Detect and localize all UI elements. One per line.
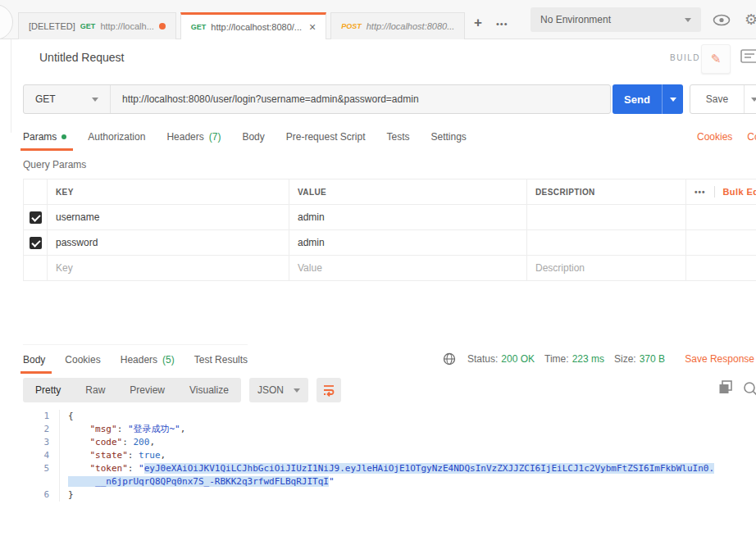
param-description-cell[interactable] — [526, 205, 685, 229]
code-link[interactable]: Code — [747, 131, 756, 143]
code-line: 2 "msg": "登录成功~", — [23, 423, 756, 436]
view-tab-raw[interactable]: Raw — [73, 384, 117, 396]
tab-count: (7) — [209, 131, 221, 143]
line-number: 6 — [23, 488, 59, 502]
size-value: 370 B — [640, 353, 665, 365]
code-segment — [68, 450, 90, 461]
code-segment: } — [68, 489, 74, 500]
response-tab-headers[interactable]: Headers(5) — [121, 346, 175, 374]
param-key-input[interactable]: Key — [47, 256, 289, 280]
response-view-tabs: PrettyRawPreviewVisualize — [23, 378, 241, 402]
param-value-cell[interactable]: admin — [289, 205, 526, 229]
checkbox-checked[interactable] — [30, 237, 42, 249]
settings-button[interactable]: ⚙ — [745, 11, 756, 29]
tab-options-button[interactable]: ••• — [496, 19, 508, 29]
url-input[interactable]: http://localhost:8080/user/login?usernam… — [111, 85, 610, 113]
code-segment: " — [329, 476, 335, 487]
view-tab-pretty[interactable]: Pretty — [23, 384, 73, 396]
new-tab-button[interactable]: + — [474, 15, 482, 31]
code-line: 6} — [23, 488, 756, 502]
method-selector[interactable]: GET — [24, 85, 111, 113]
query-params-title: Query Params — [23, 159, 86, 170]
query-params-table: KEYVALUEDESCRIPTION•••Bulk Editusernamea… — [23, 179, 756, 281]
code-segment — [68, 463, 90, 474]
cookies-link[interactable]: Cookies — [697, 131, 732, 143]
send-options-button[interactable] — [662, 84, 683, 114]
params-options-button[interactable]: ••• — [695, 188, 706, 197]
request-tab[interactable]: [DELETED]GEThttp://localh... — [18, 12, 176, 39]
line-content: } — [59, 488, 74, 502]
line-number: 1 — [23, 410, 59, 423]
environment-selector[interactable]: No Environment — [531, 7, 701, 32]
response-tab-body[interactable]: Body — [23, 346, 45, 374]
send-button[interactable]: Send — [613, 84, 662, 114]
param-description-cell[interactable] — [526, 230, 685, 255]
code-segment: { — [68, 411, 74, 421]
search-response-button[interactable] — [743, 381, 756, 399]
value-column-header: VALUE — [289, 179, 526, 204]
checkbox-checked[interactable] — [30, 211, 42, 224]
param-row-controls — [685, 205, 756, 229]
tab-body[interactable]: Body — [242, 123, 264, 151]
params-controls: •••Bulk Edit — [685, 179, 756, 204]
environment-value: No Environment — [540, 14, 611, 25]
network-globe-icon[interactable] — [443, 352, 456, 366]
edit-request-button[interactable]: ✎ — [701, 44, 731, 74]
wrap-text-button[interactable] — [317, 378, 341, 402]
response-tab-cookies[interactable]: Cookies — [65, 346, 100, 374]
tab-tests[interactable]: Tests — [386, 123, 409, 151]
tab-bar: [DELETED]GEThttp://localh...GEThttp://lo… — [0, 0, 756, 39]
tab-params[interactable]: Params — [23, 123, 66, 151]
bulk-edit-button[interactable]: Bulk Edit — [723, 187, 756, 197]
request-links: CookiesCode — [697, 123, 756, 151]
postman-app: [DELETED]GEThttp://localh...GEThttp://lo… — [0, 0, 756, 545]
view-tab-preview[interactable]: Preview — [117, 384, 177, 396]
line-content: "state": true, — [59, 449, 166, 462]
param-key-cell[interactable]: username — [47, 205, 289, 229]
tab-label: Test Results — [194, 354, 248, 366]
param-description-input[interactable]: Description — [526, 256, 685, 280]
response-format-selector[interactable]: JSON — [249, 378, 308, 402]
close-icon[interactable]: × — [309, 21, 316, 33]
code-segment: "code" — [90, 437, 123, 447]
tab-pre-request-script[interactable]: Pre-request Script — [286, 123, 366, 151]
code-segment: , — [161, 450, 166, 461]
params-dot-icon — [61, 134, 66, 139]
comment-button[interactable] — [740, 49, 756, 69]
param-key-cell[interactable]: password — [47, 230, 289, 255]
copy-response-button[interactable] — [718, 380, 733, 398]
sidebar-corner — [0, 4, 13, 40]
line-content: { — [59, 410, 74, 423]
line-number: 2 — [23, 423, 59, 436]
tab-url-label: http://localh... — [100, 21, 153, 31]
request-section-tabs: ParamsAuthorizationHeaders(7)BodyPre-req… — [23, 123, 467, 151]
method-badge: GET — [80, 22, 96, 30]
save-button[interactable]: Save — [690, 85, 744, 113]
line-number: 5 — [23, 462, 59, 475]
size-label: Size: — [614, 353, 636, 365]
param-placeholder-row: KeyValueDescription — [24, 256, 756, 281]
method-badge: GET — [191, 23, 207, 31]
param-value-cell[interactable]: admin — [289, 230, 526, 255]
save-options-button[interactable] — [744, 85, 756, 113]
request-tab[interactable]: POSThttp://localhost:8080... — [330, 12, 465, 39]
url-value: http://localhost:8080/user/login?usernam… — [122, 93, 419, 105]
tab-authorization[interactable]: Authorization — [88, 123, 145, 151]
time-label: Time: — [544, 353, 569, 365]
param-checkbox-cell — [24, 205, 47, 229]
tab-headers[interactable]: Headers(7) — [166, 123, 221, 151]
environment-quick-look-button[interactable] — [713, 14, 731, 30]
param-value-input[interactable]: Value — [289, 256, 526, 280]
chevron-down-icon — [685, 18, 691, 22]
response-tab-test-results[interactable]: Test Results — [194, 346, 248, 374]
tab-settings[interactable]: Settings — [431, 123, 467, 151]
tab-count: (5) — [162, 354, 175, 366]
view-tab-visualize[interactable]: Visualize — [177, 384, 241, 396]
save-response-button[interactable]: Save Response — [685, 353, 754, 365]
param-checkbox-cell — [24, 230, 47, 255]
chevron-down-icon — [294, 388, 300, 393]
request-tab[interactable]: GEThttp://localhost:8080/...× — [180, 12, 326, 39]
chevron-down-icon — [92, 98, 98, 102]
code-segment: "token" — [90, 463, 128, 474]
tab-label: Headers — [121, 354, 157, 366]
